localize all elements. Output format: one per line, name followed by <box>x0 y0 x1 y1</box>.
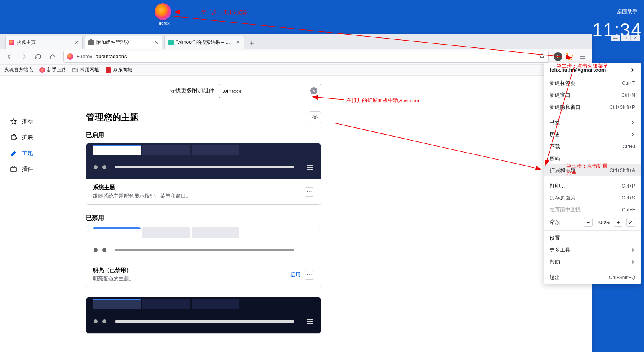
firefox-identity-icon <box>67 53 73 60</box>
sidebar-recommend[interactable]: 推荐 <box>8 113 78 129</box>
sidebar-extensions[interactable]: 扩展 <box>8 129 78 145</box>
sidebar-plugins[interactable]: 插件 <box>8 161 78 177</box>
gear-button[interactable] <box>309 111 321 123</box>
addons-content: 推荐 扩展 主题 插件 寻找更多附加组件 ✕ 管理您的主题 已启用 <box>0 76 592 352</box>
theme-name: 明亮（已禁用） <box>93 267 286 274</box>
chevron-right-icon <box>630 260 635 264</box>
puzzle-favicon-icon <box>88 40 94 45</box>
desktop-firefox-icon[interactable]: Firefox <box>153 3 172 25</box>
svg-point-1 <box>571 59 572 60</box>
star-icon <box>10 118 17 125</box>
tab-addons-manager[interactable]: 附加组件管理器 ✕ <box>85 36 162 49</box>
page-title: 管理您的主题 <box>86 111 309 123</box>
firefox-window: 火狐主页 ✕ 附加组件管理器 ✕ "wimoor" 的搜索结果 – Firef.… <box>0 34 592 352</box>
theme-preview <box>86 226 321 262</box>
app-menu-button[interactable] <box>577 51 589 63</box>
menu-settings[interactable]: 设置 <box>544 232 641 244</box>
desktop-helper-label: 桌面助手 <box>613 6 642 17</box>
addons-sidebar: 推荐 扩展 主题 插件 <box>0 76 82 352</box>
menu-quit[interactable]: 退出Ctrl+Shift+Q <box>544 272 641 284</box>
newtab-button[interactable]: ＋ <box>246 37 257 49</box>
bookmarks-bar: 火狐官方站点 新手上路 常用网址 京东商城 <box>0 65 592 76</box>
theme-card-light: 明亮（已禁用） 明亮配色的主题。 启用 ⋯ <box>86 226 321 287</box>
fullscreen-button[interactable]: ⤢ <box>626 218 635 227</box>
chevron-right-icon <box>630 248 635 252</box>
theme-card-system: 系统主题 跟随系统主题配色显示按钮、菜单和窗口。 ⋯ <box>86 143 321 205</box>
window-maximize-button[interactable]: □ <box>621 35 630 41</box>
nav-back-button[interactable] <box>4 51 16 63</box>
menu-downloads[interactable]: 下载Ctrl+J <box>544 141 641 153</box>
theme-preview <box>86 297 321 333</box>
menu-zoom: 缩放−100%+⤢ <box>544 216 641 229</box>
annotation-step2: 第二步：点击火狐菜单 <box>556 63 608 70</box>
menu-bookmarks[interactable]: 书签 <box>544 117 641 129</box>
account-avatar[interactable]: F <box>554 52 562 61</box>
window-minimize-button[interactable]: — <box>611 35 620 41</box>
addon-search-input[interactable]: ✕ <box>219 84 321 98</box>
firefox-favicon-icon <box>39 67 45 73</box>
menu-find: 在页面中查找…Ctrl+F <box>544 204 641 216</box>
menu-history[interactable]: 历史 <box>544 129 641 141</box>
theme-name: 系统主题 <box>93 184 301 191</box>
tab-firefox-home[interactable]: 火狐主页 ✕ <box>5 36 83 49</box>
close-tab-icon[interactable]: ✕ <box>153 39 159 45</box>
menu-saveas[interactable]: 另存页面为…Ctrl+S <box>544 192 641 204</box>
annotation-step3: 第三步：点击扩展菜单 <box>566 162 608 177</box>
bookmark-item[interactable]: 新手上路 <box>39 66 66 73</box>
svg-point-0 <box>568 59 570 60</box>
close-tab-icon[interactable]: ✕ <box>235 39 241 45</box>
firefox-favicon-icon <box>9 40 14 45</box>
nav-forward-button[interactable] <box>18 51 30 63</box>
close-tab-icon[interactable]: ✕ <box>74 39 79 45</box>
desktop-icon-label: Firefox <box>153 21 172 25</box>
addons-main: 寻找更多附加组件 ✕ 管理您的主题 已启用 系统主题 <box>82 76 337 352</box>
clear-icon[interactable]: ✕ <box>310 87 317 94</box>
zoom-out-button[interactable]: − <box>584 218 593 227</box>
jd-icon <box>106 67 111 73</box>
theme-more-button[interactable]: ⋯ <box>305 270 314 280</box>
annotation-step1: 第一步：打开浏览器 <box>201 9 248 16</box>
section-disabled: 已禁用 <box>86 214 321 222</box>
chevron-right-icon <box>630 120 635 125</box>
menu-newtab[interactable]: 新建标签页Ctrl+T <box>544 77 641 89</box>
nav-home-button[interactable] <box>47 51 59 63</box>
firefox-logo-icon <box>155 3 171 20</box>
folder-icon <box>72 67 78 73</box>
brush-icon <box>10 150 17 157</box>
bookmark-item[interactable]: 京东商城 <box>106 66 132 73</box>
search-label: 寻找更多附加组件 <box>170 87 214 94</box>
puzzle-icon <box>10 134 17 141</box>
theme-desc: 明亮配色的主题。 <box>93 275 286 282</box>
annotation-step3-input: 在打开的扩展面板中输入wimoor <box>346 97 419 104</box>
wimoor-favicon-icon <box>168 40 174 45</box>
bookmark-item[interactable]: 常用网址 <box>72 66 99 73</box>
zoom-in-button[interactable]: + <box>614 218 622 227</box>
nav-reload-button[interactable] <box>32 51 44 63</box>
tab-bar: 火狐主页 ✕ 附加组件管理器 ✕ "wimoor" 的搜索结果 – Firef.… <box>0 34 592 49</box>
menu-print[interactable]: 打印…Ctrl+P <box>544 180 641 192</box>
theme-preview <box>86 143 321 179</box>
cart-icon[interactable] <box>566 53 574 61</box>
svg-rect-2 <box>11 167 16 172</box>
theme-card-dark <box>86 297 321 334</box>
window-controls: — □ ✕ <box>611 35 640 41</box>
enable-button[interactable]: 启用 <box>290 271 301 278</box>
window-close-button[interactable]: ✕ <box>630 35 640 41</box>
menu-newprivate[interactable]: 新建隐私窗口Ctrl+Shift+P <box>544 101 641 113</box>
menu-newwindow[interactable]: 新建窗口Ctrl+N <box>544 89 641 101</box>
svg-point-3 <box>314 117 316 119</box>
plugin-icon <box>10 166 17 173</box>
url-bar[interactable]: Firefox about:addons <box>63 51 549 63</box>
nav-bar: Firefox about:addons F <box>0 49 592 65</box>
bookmark-item[interactable]: 火狐官方站点 <box>4 66 33 73</box>
theme-desc: 跟随系统主题配色显示按钮、菜单和窗口。 <box>93 192 301 199</box>
section-enabled: 已启用 <box>86 131 321 139</box>
menu-moretools[interactable]: 更多工具 <box>544 244 641 256</box>
menu-help[interactable]: 帮助 <box>544 256 641 268</box>
tab-wimoor-search[interactable]: "wimoor" 的搜索结果 – Firef... ✕ <box>164 36 244 49</box>
sidebar-themes[interactable]: 主题 <box>8 145 78 161</box>
theme-more-button[interactable]: ⋯ <box>305 187 314 197</box>
chevron-right-icon <box>630 132 635 137</box>
bookmark-star-icon[interactable] <box>539 53 545 60</box>
